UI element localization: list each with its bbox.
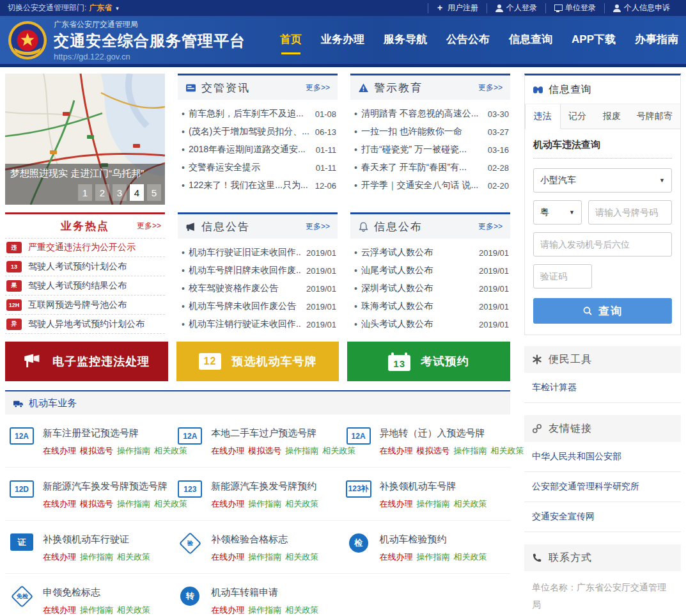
news-carousel[interactable]: 梦想照进现实 走进江门“乌托邦” 12345 [5,74,165,205]
plate-prefix-select[interactable]: 粤 ▼ [533,200,582,225]
service-item[interactable]: 12D 新能源汽车换发号牌预选号牌 在线办理模拟选号操作指南相关政策 [5,468,173,521]
engine-number-input[interactable] [533,232,672,257]
news-list-item[interactable]: • 一拉一扣 也许能救你一命 03-27 [352,123,509,141]
service-link[interactable]: 在线办理 [380,551,413,563]
service-link[interactable]: 相关政策 [117,551,150,563]
service-item[interactable]: 12A 异地转（迁）入预选号牌 在线办理模拟选号操作指南相关政策 [342,415,510,468]
hotspot-item[interactable]: 异 驾驶人异地考试预约计划公布 [5,315,165,334]
news-list-item[interactable]: • 珠海考试人数公布 2019/01 [352,297,509,315]
region-value[interactable]: 广东省 [89,3,112,13]
vehicle-type-select[interactable]: 小型汽车 ▼ [533,168,672,193]
service-link[interactable]: 相关政策 [285,498,318,510]
service-item[interactable]: 验 补领检验合格标志 在线办理操作指南相关政策 [173,521,341,574]
hotspot-item[interactable]: 13 驾驶人考试预约计划公布 [5,257,165,276]
nav-item[interactable]: 业务办理 [321,24,364,56]
news-list-item[interactable]: • 机动车号牌未收回作废公告 2019/01 [179,297,336,315]
news-list-item[interactable]: • 机动车号牌旧牌未收回作废... 2019/01 [179,262,336,280]
service-link[interactable]: 相关政策 [285,604,318,616]
service-item[interactable]: 检 机动车检验预约 在线办理操作指南相关政策 [342,521,510,574]
news-list-item[interactable]: • 交警春运安全提示 01-11 [179,159,336,177]
carousel-page-button[interactable]: 4 [130,184,144,201]
more-link[interactable]: 更多>> [306,221,330,232]
service-link[interactable]: 相关政策 [491,445,524,457]
service-link[interactable]: 操作指南 [248,604,281,616]
service-link[interactable]: 模拟选号 [417,445,450,457]
service-link[interactable]: 在线办理 [380,498,413,510]
service-link[interactable]: 相关政策 [454,551,487,563]
service-item[interactable]: 123补 补换领机动车号牌 在线办理操作指南相关政策 [342,468,510,521]
service-link[interactable]: 相关政策 [285,551,318,563]
nav-item[interactable]: 办事指南 [635,24,678,56]
service-title[interactable]: 异地转（迁）入预选号牌 [380,427,524,439]
service-link[interactable]: 在线办理 [211,604,244,616]
service-link[interactable]: 在线办理 [43,445,76,457]
service-link[interactable]: 操作指南 [454,445,487,457]
nav-item[interactable]: 信息查询 [509,24,552,56]
service-title[interactable]: 新车注册登记预选号牌 [43,427,187,439]
hotspot-item[interactable]: 12H 互联网预选号牌号池公布 [5,296,165,315]
news-list-item[interactable]: • 开学季｜交通安全八句话 说... 02-20 [352,177,509,194]
banner-exam-appointment[interactable]: 13 考试预约 [347,342,510,381]
service-link[interactable]: 操作指南 [248,498,281,510]
service-title[interactable]: 申领免检标志 [43,587,150,599]
news-list-item[interactable]: • 前车急刹，后车刹车不及追... 01-08 [179,105,336,123]
query-submit-button[interactable]: 查询 [533,298,672,324]
nav-item[interactable]: 首页 [280,24,302,56]
service-title[interactable]: 补领检验合格标志 [211,533,318,546]
news-list-item[interactable]: • 打击“碰瓷党” 万一被碰瓷... 03-16 [352,141,509,159]
news-list-item[interactable]: • 清明踏青 不容忽视的高速公... 03-30 [352,105,509,123]
service-link[interactable]: 在线办理 [43,551,76,563]
service-link[interactable]: 在线办理 [211,445,244,457]
service-title[interactable]: 补换领机动车号牌 [380,480,487,493]
service-link[interactable]: 操作指南 [417,551,450,563]
news-list-item[interactable]: • 校车驾驶资格作废公告 2019/01 [179,280,336,297]
service-title[interactable]: 机动车转籍申请 [211,587,318,599]
service-title[interactable]: 机动车检验预约 [380,533,487,546]
captcha-input[interactable] [533,264,592,288]
friend-link[interactable]: 公安部交通管理科学研究所 [524,472,681,502]
service-link[interactable]: 操作指南 [117,498,150,510]
service-link[interactable]: 在线办理 [211,498,244,510]
department-switcher[interactable]: 切换公安交通管理部门: 广东省 ▾ [8,3,119,13]
service-link[interactable]: 相关政策 [454,498,487,510]
carousel-page-button[interactable]: 5 [147,184,161,201]
carousel-caption[interactable]: 梦想照进现实 走进江门“乌托邦” [10,168,160,180]
friend-link[interactable]: 中华人民共和国公安部 [524,442,681,472]
tool-link[interactable]: 车检计算器 [524,373,681,403]
personal-appeal-link[interactable]: 个人信息申诉 [604,3,678,13]
news-list-item[interactable]: • 2018年春运期间道路交通安... 01-11 [179,141,336,159]
service-link[interactable]: 相关政策 [117,604,150,616]
service-link[interactable]: 操作指南 [80,604,113,616]
personal-login-link[interactable]: 个人登录 [487,3,545,13]
news-list-item[interactable]: • 汕尾考试人数公布 2019/01 [352,262,509,280]
more-link[interactable]: 更多>> [478,221,503,232]
service-link[interactable]: 在线办理 [43,498,76,510]
carousel-page-button[interactable]: 3 [113,184,127,201]
news-list-item[interactable]: • 云浮考试人数公布 2019/01 [352,244,509,262]
news-list-item[interactable]: • 机动车行驶证旧证未收回作... 2019/01 [179,244,336,262]
service-link[interactable]: 操作指南 [285,445,318,457]
friend-link[interactable]: 交通安全宣传网 [524,502,681,532]
hotspot-item[interactable]: 果 驾驶人考试预约结果公布 [5,276,165,296]
service-link[interactable]: 操作指南 [80,551,113,563]
banner-surveillance-violation[interactable]: 电子监控违法处理 [5,342,168,381]
service-link[interactable]: 在线办理 [380,445,413,457]
unit-login-link[interactable]: 单位登录 [545,3,604,13]
user-register-link[interactable]: 用户注册 [428,3,487,13]
nav-item[interactable]: 公告公布 [446,24,490,56]
news-list-item[interactable]: • 机动车注销行驶证未收回作... 2019/01 [179,315,336,333]
banner-plate-preselect[interactable]: 12 预选机动车号牌 [176,342,339,381]
carousel-page-button[interactable]: 1 [78,184,92,201]
news-list-item[interactable]: • 春天来了 开车防“春困”有... 02-28 [352,159,509,177]
service-link[interactable]: 模拟选号 [248,445,281,457]
more-link[interactable]: 更多>> [306,83,330,93]
service-title[interactable]: 新能源汽车换发号牌预选号牌 [43,480,187,493]
service-link[interactable]: 模拟选号 [80,498,113,510]
service-item[interactable]: 123 新能源汽车换发号牌预约 在线办理操作指南相关政策 [173,468,341,521]
service-link[interactable]: 在线办理 [211,551,244,563]
news-list-item[interactable]: • 汕头考试人数公布 2019/01 [352,315,509,333]
query-tab[interactable]: 报废 [595,104,629,129]
more-link[interactable]: 更多>> [478,83,503,93]
nav-item[interactable]: 服务导航 [384,24,427,56]
plate-number-input[interactable] [588,200,672,225]
